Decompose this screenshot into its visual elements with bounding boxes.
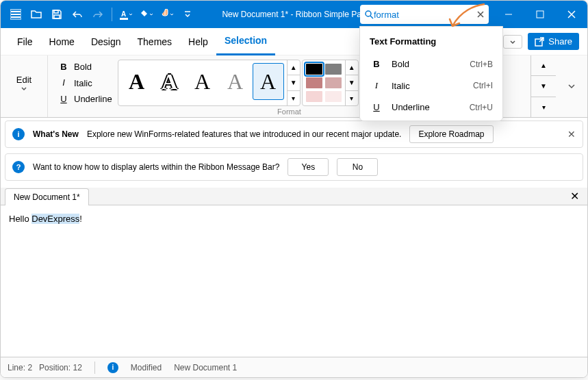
search-result-label: Underline (392, 102, 430, 112)
tab-design[interactable]: Design (83, 28, 129, 55)
svg-rect-0 (11, 11, 21, 12)
style-item-5[interactable]: A (253, 63, 284, 100)
style-item-2[interactable]: A (154, 63, 186, 100)
undo-icon[interactable] (68, 5, 87, 24)
ribbon-overflow: ▲ ▼ ▾ (531, 55, 556, 117)
font-color-icon[interactable]: A (116, 5, 136, 24)
close-icon[interactable]: ✕ (566, 190, 583, 203)
style-item-4[interactable]: A (220, 63, 251, 100)
separator (112, 8, 112, 21)
italic-button[interactable]: I Italic (55, 75, 116, 90)
selected-text: DevExpress (31, 214, 79, 224)
fill-color-icon[interactable] (137, 5, 156, 24)
gallery-scroll-down-icon[interactable]: ▼ (287, 75, 300, 90)
font-style-items: A A A A A (118, 60, 287, 105)
tab-file[interactable]: File (9, 28, 41, 55)
color-swatch[interactable] (325, 77, 342, 88)
bold-icon: B (59, 62, 68, 72)
edit-button[interactable]: Edit (8, 60, 40, 106)
window-title: New Document 1* - Ribbon Simple Pad (222, 10, 366, 19)
close-button[interactable] (556, 1, 587, 28)
ribbon-collapse-button[interactable] (556, 55, 587, 117)
color-swatch[interactable] (306, 77, 322, 88)
qat-customize-icon[interactable] (178, 5, 197, 24)
gallery-expand-icon[interactable]: ▾ (346, 90, 358, 105)
close-icon[interactable]: ✕ (567, 129, 576, 140)
open-icon[interactable] (27, 5, 46, 24)
clear-icon[interactable] (476, 10, 485, 18)
svg-rect-4 (54, 10, 58, 13)
svg-point-8 (366, 11, 371, 16)
tab-help[interactable]: Help (180, 28, 216, 55)
tab-home[interactable]: Home (41, 28, 83, 55)
document-tab[interactable]: New Document 1* (5, 188, 89, 205)
search-icon (364, 10, 374, 19)
tab-right-controls: Share (503, 33, 579, 50)
search-result-underline[interactable]: U Underline Ctrl+U (360, 97, 502, 118)
search-result-bold[interactable]: B Bold Ctrl+B (360, 53, 502, 75)
underline-button[interactable]: U Underline (55, 92, 116, 106)
tab-themes[interactable]: Themes (129, 28, 181, 55)
document-editor[interactable]: Hello DevExpress! (1, 205, 587, 357)
search-input[interactable] (374, 10, 476, 20)
titlebar-right (360, 1, 587, 28)
minimize-button[interactable] (493, 1, 524, 28)
font-style-gallery: A A A A A ▲ ▼ ▾ (118, 60, 301, 106)
gallery-scroll-up-icon[interactable]: ▲ (287, 60, 300, 75)
search-result-label: Bold (392, 59, 409, 69)
style-item-1[interactable]: A (121, 63, 153, 100)
color-swatch[interactable] (325, 91, 342, 102)
status-bar: Line: 2 Position: 12 i Modified New Docu… (1, 357, 587, 377)
titlebar: A New Document 1* - Ribbon Simple Pad (1, 1, 587, 28)
app-menu-icon[interactable] (6, 5, 25, 24)
save-icon[interactable] (47, 5, 66, 24)
gallery-scroll: ▲ ▼ ▾ (287, 60, 300, 105)
gallery-scroll-down-icon[interactable]: ▼ (346, 75, 358, 90)
redo-icon[interactable] (88, 5, 107, 24)
share-label: Share (548, 36, 572, 47)
whats-new-text: Explore new WinForms-related features th… (87, 129, 402, 139)
svg-rect-7 (120, 18, 128, 20)
italic-icon: I (370, 80, 383, 91)
svg-rect-5 (54, 15, 60, 18)
question-text: Want to know how to display alerts withi… (33, 162, 279, 172)
explore-roadmap-button[interactable]: Explore Roadmap (409, 125, 493, 143)
underline-icon: U (59, 94, 68, 104)
search-result-italic[interactable]: I Italic Ctrl+I (360, 75, 502, 97)
share-button[interactable]: Share (528, 33, 579, 50)
ribbon-overflow-down-icon[interactable]: ▼ (531, 75, 556, 96)
no-button[interactable]: No (337, 158, 378, 176)
svg-text:A: A (121, 10, 126, 18)
status-doc-name: New Document 1 (174, 363, 237, 372)
gallery-expand-icon[interactable]: ▾ (287, 90, 300, 105)
color-gallery: ▲ ▼ ▾ (302, 60, 359, 106)
whats-new-title: What's New (33, 129, 79, 139)
bold-icon: B (370, 59, 383, 69)
ribbon-overflow-expand-icon[interactable]: ▾ (531, 97, 556, 117)
info-icon[interactable]: i (107, 362, 118, 373)
search-result-shortcut: Ctrl+B (470, 60, 493, 69)
underline-label: Underline (74, 94, 112, 104)
question-bar: ? Want to know how to display alerts wit… (5, 153, 583, 181)
search-result-shortcut: Ctrl+I (473, 81, 493, 90)
style-item-3[interactable]: A (187, 63, 218, 100)
color-swatch[interactable] (306, 64, 322, 75)
color-swatch[interactable] (325, 64, 342, 75)
search-results-dropdown: Text Formatting B Bold Ctrl+B I Italic C… (359, 26, 503, 121)
search-box[interactable] (360, 5, 489, 24)
quick-access-toolbar: A (1, 5, 197, 24)
gallery-scroll-up-icon[interactable]: ▲ (346, 60, 358, 75)
touch-icon[interactable] (157, 5, 177, 24)
bold-button[interactable]: B Bold (55, 60, 116, 74)
bold-label: Bold (74, 62, 92, 72)
tab-selection[interactable]: Selection (216, 28, 275, 55)
svg-rect-2 (11, 16, 21, 18)
status-line: Line: 2 Position: 12 (8, 363, 82, 372)
svg-rect-9 (537, 11, 544, 18)
maximize-button[interactable] (524, 1, 556, 28)
ribbon-overflow-up-icon[interactable]: ▲ (531, 55, 556, 75)
color-swatch[interactable] (306, 91, 322, 102)
ribbon-options-dropdown[interactable] (503, 35, 522, 49)
search-results-header: Text Formatting (360, 32, 502, 53)
yes-button[interactable]: Yes (287, 158, 329, 176)
